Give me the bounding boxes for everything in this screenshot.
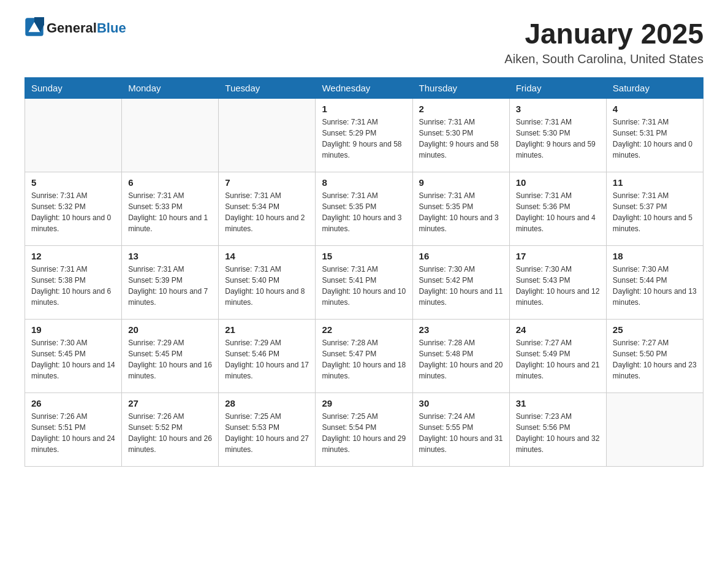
day-number: 7 [225,177,309,188]
calendar-table: SundayMondayTuesdayWednesdayThursdayFrid… [25,77,703,467]
logo-icon [25,17,44,37]
calendar-cell: 17Sunrise: 7:30 AMSunset: 5:43 PMDayligh… [509,245,606,319]
day-number: 25 [613,324,697,335]
calendar-cell: 11Sunrise: 7:31 AMSunset: 5:37 PMDayligh… [606,172,703,245]
day-info: Sunrise: 7:31 AMSunset: 5:30 PMDaylight:… [419,117,503,161]
day-info: Sunrise: 7:31 AMSunset: 5:35 PMDaylight:… [322,190,406,234]
day-number: 31 [516,398,600,408]
calendar-cell: 9Sunrise: 7:31 AMSunset: 5:35 PMDaylight… [412,172,509,245]
day-info: Sunrise: 7:26 AMSunset: 5:51 PMDaylight:… [31,411,115,455]
day-info: Sunrise: 7:31 AMSunset: 5:33 PMDaylight:… [128,190,212,234]
weekday-header-row: SundayMondayTuesdayWednesdayThursdayFrid… [25,77,703,98]
day-info: Sunrise: 7:25 AMSunset: 5:54 PMDaylight:… [322,411,406,455]
day-number: 11 [613,177,697,188]
calendar-week-row: 1Sunrise: 7:31 AMSunset: 5:29 PMDaylight… [25,98,703,172]
day-number: 10 [516,177,600,188]
day-info: Sunrise: 7:30 AMSunset: 5:43 PMDaylight:… [516,264,600,308]
calendar-cell: 14Sunrise: 7:31 AMSunset: 5:40 PMDayligh… [219,245,316,319]
calendar-cell: 23Sunrise: 7:28 AMSunset: 5:48 PMDayligh… [412,319,509,393]
day-number: 9 [419,177,503,188]
day-number: 27 [128,398,212,408]
day-info: Sunrise: 7:31 AMSunset: 5:37 PMDaylight:… [613,190,697,234]
day-info: Sunrise: 7:31 AMSunset: 5:38 PMDaylight:… [31,264,115,308]
day-info: Sunrise: 7:31 AMSunset: 5:29 PMDaylight:… [322,117,406,161]
day-number: 2 [419,104,503,114]
day-number: 1 [322,104,406,114]
day-number: 8 [322,177,406,188]
weekday-header-monday: Monday [122,77,219,98]
calendar-cell: 7Sunrise: 7:31 AMSunset: 5:34 PMDaylight… [219,172,316,245]
calendar-cell: 25Sunrise: 7:27 AMSunset: 5:50 PMDayligh… [606,319,703,393]
day-info: Sunrise: 7:25 AMSunset: 5:53 PMDaylight:… [225,411,309,455]
day-number: 14 [225,251,309,261]
calendar-cell: 29Sunrise: 7:25 AMSunset: 5:54 PMDayligh… [316,393,412,466]
day-info: Sunrise: 7:23 AMSunset: 5:56 PMDaylight:… [516,411,600,455]
day-info: Sunrise: 7:31 AMSunset: 5:41 PMDaylight:… [322,264,406,308]
calendar-cell: 12Sunrise: 7:31 AMSunset: 5:38 PMDayligh… [25,245,122,319]
logo-text: GeneralBlue [47,21,126,36]
calendar-week-row: 5Sunrise: 7:31 AMSunset: 5:32 PMDaylight… [25,172,703,245]
calendar-cell: 6Sunrise: 7:31 AMSunset: 5:33 PMDaylight… [122,172,219,245]
calendar-cell: 13Sunrise: 7:31 AMSunset: 5:39 PMDayligh… [122,245,219,319]
day-info: Sunrise: 7:28 AMSunset: 5:48 PMDaylight:… [419,337,503,381]
day-info: Sunrise: 7:31 AMSunset: 5:39 PMDaylight:… [128,264,212,308]
calendar-cell: 8Sunrise: 7:31 AMSunset: 5:35 PMDaylight… [316,172,412,245]
day-info: Sunrise: 7:31 AMSunset: 5:35 PMDaylight:… [419,190,503,234]
calendar-cell: 21Sunrise: 7:29 AMSunset: 5:46 PMDayligh… [219,319,316,393]
weekday-header-wednesday: Wednesday [316,77,412,98]
calendar-cell: 30Sunrise: 7:24 AMSunset: 5:55 PMDayligh… [412,393,509,466]
day-info: Sunrise: 7:30 AMSunset: 5:44 PMDaylight:… [613,264,697,308]
day-info: Sunrise: 7:24 AMSunset: 5:55 PMDaylight:… [419,411,503,455]
calendar-cell: 24Sunrise: 7:27 AMSunset: 5:49 PMDayligh… [509,319,606,393]
calendar-cell: 20Sunrise: 7:29 AMSunset: 5:45 PMDayligh… [122,319,219,393]
day-number: 29 [322,398,406,408]
day-number: 21 [225,324,309,335]
month-title: January 2025 [504,18,703,50]
day-number: 13 [128,251,212,261]
calendar-cell: 15Sunrise: 7:31 AMSunset: 5:41 PMDayligh… [316,245,412,319]
day-info: Sunrise: 7:30 AMSunset: 5:42 PMDaylight:… [419,264,503,308]
day-info: Sunrise: 7:29 AMSunset: 5:46 PMDaylight:… [225,337,309,381]
day-number: 5 [31,177,115,188]
day-info: Sunrise: 7:31 AMSunset: 5:34 PMDaylight:… [225,190,309,234]
day-info: Sunrise: 7:27 AMSunset: 5:50 PMDaylight:… [613,337,697,381]
day-number: 26 [31,398,115,408]
calendar-cell: 16Sunrise: 7:30 AMSunset: 5:42 PMDayligh… [412,245,509,319]
calendar-cell: 5Sunrise: 7:31 AMSunset: 5:32 PMDaylight… [25,172,122,245]
calendar-cell [25,98,122,172]
day-number: 16 [419,251,503,261]
day-number: 3 [516,104,600,114]
calendar-header: SundayMondayTuesdayWednesdayThursdayFrid… [25,77,703,98]
day-number: 23 [419,324,503,335]
calendar-cell [122,98,219,172]
weekday-header-tuesday: Tuesday [219,77,316,98]
day-info: Sunrise: 7:31 AMSunset: 5:36 PMDaylight:… [516,190,600,234]
day-number: 12 [31,251,115,261]
calendar-body: 1Sunrise: 7:31 AMSunset: 5:29 PMDaylight… [25,98,703,466]
calendar-cell [606,393,703,466]
day-number: 19 [31,324,115,335]
day-number: 18 [613,251,697,261]
day-info: Sunrise: 7:31 AMSunset: 5:31 PMDaylight:… [613,117,697,161]
calendar-cell: 18Sunrise: 7:30 AMSunset: 5:44 PMDayligh… [606,245,703,319]
day-number: 6 [128,177,212,188]
day-info: Sunrise: 7:31 AMSunset: 5:30 PMDaylight:… [516,117,600,161]
day-info: Sunrise: 7:29 AMSunset: 5:45 PMDaylight:… [128,337,212,381]
day-number: 30 [419,398,503,408]
day-number: 28 [225,398,309,408]
calendar-week-row: 26Sunrise: 7:26 AMSunset: 5:51 PMDayligh… [25,393,703,466]
calendar-cell: 19Sunrise: 7:30 AMSunset: 5:45 PMDayligh… [25,319,122,393]
calendar-cell: 10Sunrise: 7:31 AMSunset: 5:36 PMDayligh… [509,172,606,245]
day-number: 20 [128,324,212,335]
calendar-cell: 1Sunrise: 7:31 AMSunset: 5:29 PMDaylight… [316,98,412,172]
day-number: 24 [516,324,600,335]
calendar-cell: 22Sunrise: 7:28 AMSunset: 5:47 PMDayligh… [316,319,412,393]
day-number: 4 [613,104,697,114]
calendar-week-row: 12Sunrise: 7:31 AMSunset: 5:38 PMDayligh… [25,245,703,319]
calendar-week-row: 19Sunrise: 7:30 AMSunset: 5:45 PMDayligh… [25,319,703,393]
weekday-header-friday: Friday [509,77,606,98]
day-number: 15 [322,251,406,261]
weekday-header-thursday: Thursday [412,77,509,98]
calendar-cell: 31Sunrise: 7:23 AMSunset: 5:56 PMDayligh… [509,393,606,466]
logo: GeneralBlue [25,18,126,38]
